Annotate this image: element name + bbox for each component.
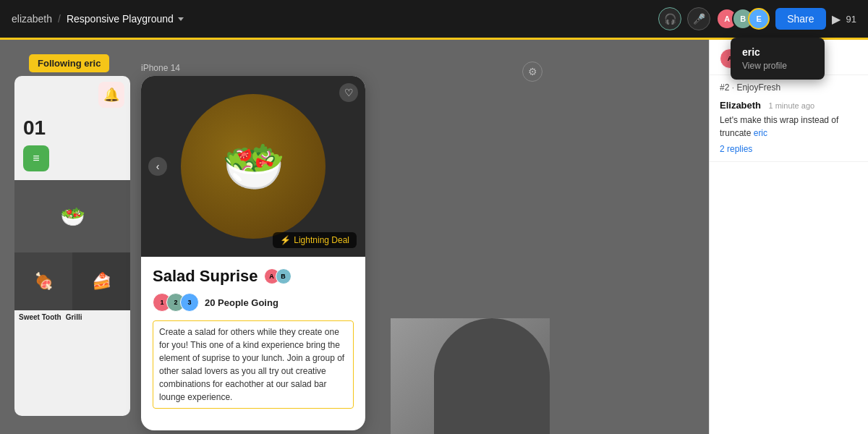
lightning-icon: ⚡ <box>280 235 291 245</box>
chevron-down-icon[interactable] <box>178 17 184 21</box>
video-thumbnail <box>391 318 550 434</box>
comment-mention: eric <box>754 128 767 138</box>
panel-labels: Sweet Tooth Grilli <box>14 310 130 324</box>
right-sidebar: A B #2 · EnjoyFresh Elizabeth 1 minute a… <box>709 40 868 434</box>
canvas: Following eric 🔔 01 ≡ 🥗 🍖 🍰 Sweet Tooth … <box>0 40 709 434</box>
breadcrumb-sep: / <box>58 13 61 25</box>
people-going-row: 1 2 3 20 People Going <box>153 293 354 312</box>
card-description-box: Create a salad for others while they cre… <box>153 320 354 409</box>
attendee-avatars: 1 2 3 <box>153 293 199 312</box>
people-going-text: 20 People Going <box>205 297 278 308</box>
avatar-eric[interactable]: E <box>748 8 770 30</box>
card-title-row: Salad Suprise A B <box>153 267 354 286</box>
tooltip-username: eric <box>742 46 813 58</box>
card-description-text: Create a salad for others while they cre… <box>159 327 344 402</box>
thread-number: #2 · EnjoyFresh <box>720 82 858 93</box>
breadcrumb: elizabeth / Responsive Playground <box>12 13 184 25</box>
topbar: elizabeth / Responsive Playground 🎧 🎤 A … <box>0 0 868 38</box>
profile-tooltip: eric View profile <box>731 38 825 80</box>
food-thumb-1: 🍖 <box>14 252 72 310</box>
card-title: Salad Suprise <box>153 267 258 286</box>
breadcrumb-user: elizabeth <box>12 13 52 25</box>
comment-author: Elizabeth <box>720 100 761 111</box>
lightning-deal-badge: ⚡ Lightning Deal <box>273 232 357 248</box>
canvas-settings-icon[interactable]: ⚙ <box>522 61 542 82</box>
organizer-avatar-2: B <box>276 268 292 284</box>
comment-time: 1 minute ago <box>769 101 815 110</box>
lightning-deal-label: Lightning Deal <box>294 235 349 245</box>
main-area: Following eric 🔔 01 ≡ 🥗 🍖 🍰 Sweet Tooth … <box>0 40 868 434</box>
page-number: 91 <box>846 14 856 25</box>
phone-card: 🥗 ‹ ♡ ⚡ Lightning Deal Salad Suprise A B <box>141 76 365 430</box>
person-silhouette <box>434 318 550 434</box>
phone-device-label: iPhone 14 <box>141 63 180 73</box>
mic-button[interactable]: 🎤 <box>687 7 710 30</box>
play-button[interactable]: ▶ <box>832 12 841 26</box>
salad-emoji: 🥗 <box>222 137 285 196</box>
replies-count[interactable]: 2 replies <box>720 144 858 154</box>
carousel-prev-button[interactable]: ‹ <box>148 157 167 176</box>
grilli-label: Grilli <box>66 313 82 321</box>
headphones-button[interactable]: 🎧 <box>658 7 681 30</box>
sweet-tooth-label: Sweet Tooth <box>19 313 61 321</box>
panel-number: 01 <box>14 114 130 142</box>
food-image-1: 🥗 <box>14 180 130 252</box>
favorite-icon[interactable]: ♡ <box>339 83 358 102</box>
breadcrumb-project: Responsive Playground <box>67 13 184 25</box>
video-preview <box>391 318 550 434</box>
comment-body: Let's make this wrap instead of truncate… <box>720 114 858 140</box>
comment-thread: #2 · EnjoyFresh Elizabeth 1 minute ago L… <box>710 75 868 162</box>
filter-icon: ≡ <box>23 145 49 171</box>
salad-bowl-image: 🥗 <box>181 94 326 239</box>
following-badge: Following eric <box>29 54 109 72</box>
food-thumb-2: 🍰 <box>72 252 130 310</box>
comment-text-before: Let's make this wrap instead of truncate <box>720 115 838 138</box>
collaborators-stack: A B E <box>716 8 770 30</box>
phone-hero-image: 🥗 ‹ ♡ ⚡ Lightning Deal <box>141 76 365 257</box>
card-organizer-avatars: A B <box>264 268 292 284</box>
tooltip-view-profile[interactable]: View profile <box>742 61 813 71</box>
share-button[interactable]: Share <box>775 8 825 30</box>
attendee-3: 3 <box>180 293 199 312</box>
food-image-row: 🍖 🍰 <box>14 252 130 310</box>
topbar-right-actions: 🎧 🎤 A B E Share ▶ 91 <box>658 7 856 30</box>
panel-top-row: 🔔 <box>14 76 130 114</box>
project-name-label: Responsive Playground <box>67 13 174 25</box>
thread-name: EnjoyFresh <box>736 82 780 93</box>
card-content: Salad Suprise A B 1 2 3 20 People Going <box>141 257 365 419</box>
left-panel-mockup: 🔔 01 ≡ 🥗 🍖 🍰 Sweet Tooth Grilli <box>14 76 130 416</box>
notification-icon: 🔔 <box>98 82 124 108</box>
comment-item: Elizabeth 1 minute ago Let's make this w… <box>720 98 858 140</box>
thread-id: #2 <box>720 82 729 93</box>
